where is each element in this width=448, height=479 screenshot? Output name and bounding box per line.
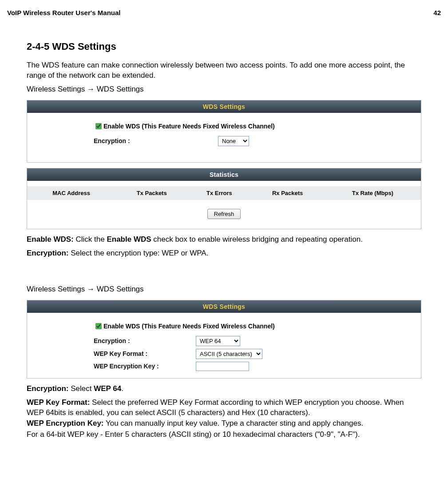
col-rxpackets: Rx Packets xyxy=(251,186,325,200)
wep-format-row: WEP Key Format : ASCII (5 characters) xyxy=(94,349,408,359)
enable-wds-row-2: Enable WDS (This Feature Needs Fixed Wir… xyxy=(94,322,408,331)
encryption-desc-text: Select the encryption type: WEP or WPA. xyxy=(68,249,208,257)
encryption-desc-label: Encryption: xyxy=(27,249,68,257)
panel-header-statistics: Statistics xyxy=(27,168,421,181)
enable-wds-checkbox-1[interactable] xyxy=(95,123,102,129)
wepkey-desc-text: You can manually input key value. Type a… xyxy=(104,419,364,427)
panel-body-2: Enable WDS (This Feature Needs Fixed Wir… xyxy=(27,313,421,378)
encryption-row-1: Encryption : None xyxy=(94,136,408,146)
enable-wds-desc-bold: Enable WDS xyxy=(107,235,151,243)
page-header: VoIP Wireless Router User's Manual 42 xyxy=(7,9,441,16)
statistics-panel: Statistics MAC Address Tx Packets Tx Err… xyxy=(27,168,421,229)
enable-wds-desc-tail: check box to enable wireless bridging an… xyxy=(151,235,363,243)
wepformat-desc: WEP Key Format: Select the preferred WEP… xyxy=(27,398,421,418)
encryption-select-1[interactable]: None xyxy=(218,136,249,146)
refresh-row: Refresh xyxy=(27,203,421,229)
col-txrate: Tx Rate (Mbps) xyxy=(325,186,421,200)
enable-wds-desc-text: Click the xyxy=(74,235,107,243)
enable-wds-desc-label: Enable WDS: xyxy=(27,235,74,243)
document-page: VoIP Wireless Router User's Manual 42 2-… xyxy=(0,0,448,457)
encryption-select-2[interactable]: WEP 64 xyxy=(196,336,240,346)
spacer xyxy=(27,262,421,284)
encryption-label-2: Encryption : xyxy=(94,337,196,344)
enable-wds-checkbox-cell xyxy=(94,122,103,131)
enc64-desc: Encryption: Select WEP 64. xyxy=(27,384,421,394)
panel-header-wds-1: WDS Settings xyxy=(27,100,421,113)
panel-header-wds-2: WDS Settings xyxy=(27,300,421,313)
enc64-desc-tail: . xyxy=(121,384,123,393)
enc64-desc-bold: WEP 64 xyxy=(94,384,121,393)
page-number: 42 xyxy=(433,9,441,16)
intro-paragraph: The WDS feature can make connection wire… xyxy=(27,60,421,81)
wep-key-row: WEP Encryption Key : xyxy=(94,362,408,371)
col-txerrors: Tx Errors xyxy=(188,186,250,200)
encryption-row-2: Encryption : WEP 64 xyxy=(94,336,408,346)
wepkey-desc: WEP Encryption Key: You can manually inp… xyxy=(27,419,421,429)
enable-wds-label-2: Enable WDS (This Feature Needs Fixed Wir… xyxy=(103,323,275,330)
panel-body-1: Enable WDS (This Feature Needs Fixed Wir… xyxy=(27,113,421,162)
enc64-desc-label: Encryption: xyxy=(27,384,68,393)
header-title: VoIP Wireless Router User's Manual xyxy=(7,9,120,16)
enable-wds-row-1: Enable WDS (This Feature Needs Fixed Wir… xyxy=(94,122,408,131)
encryption-label-1: Encryption : xyxy=(94,137,218,144)
content-area: 2-4-5 WDS Settings The WDS feature can m… xyxy=(7,41,441,440)
breadcrumb-1: Wireless Settings → WDS Settings xyxy=(27,84,421,95)
enable-wds-checkbox-2[interactable] xyxy=(95,323,102,329)
stats-header-row: MAC Address Tx Packets Tx Errors Rx Pack… xyxy=(27,186,421,200)
enable-wds-desc: Enable WDS: Click the Enable WDS check b… xyxy=(27,235,421,245)
wep-format-select[interactable]: ASCII (5 characters) xyxy=(196,349,262,359)
wds-settings-panel-1: WDS Settings Enable WDS (This Feature Ne… xyxy=(27,100,421,163)
section-title: 2-4-5 WDS Settings xyxy=(27,41,421,52)
enc64-desc-text: Select xyxy=(68,384,94,393)
encryption-desc: Encryption: Select the encryption type: … xyxy=(27,248,421,259)
refresh-button[interactable]: Refresh xyxy=(207,209,241,219)
wds-settings-panel-2: WDS Settings Enable WDS (This Feature Ne… xyxy=(27,300,421,379)
wep-key-label: WEP Encryption Key : xyxy=(94,363,196,370)
wepkey-note: For a 64-bit WEP key - Enter 5 character… xyxy=(27,430,421,440)
wepkey-desc-label: WEP Encryption Key: xyxy=(27,419,104,427)
wep-key-input[interactable] xyxy=(196,362,249,371)
breadcrumb-2: Wireless Settings → WDS Settings xyxy=(27,284,421,295)
col-txpackets: Tx Packets xyxy=(115,186,188,200)
wep-format-label: WEP Key Format : xyxy=(94,350,196,357)
enable-wds-checkbox-cell-2 xyxy=(94,322,103,331)
enable-wds-label-1: Enable WDS (This Feature Needs Fixed Wir… xyxy=(103,123,275,130)
col-mac: MAC Address xyxy=(27,186,115,200)
wepformat-desc-label: WEP Key Format: xyxy=(27,398,90,407)
statistics-table: MAC Address Tx Packets Tx Errors Rx Pack… xyxy=(27,186,421,200)
